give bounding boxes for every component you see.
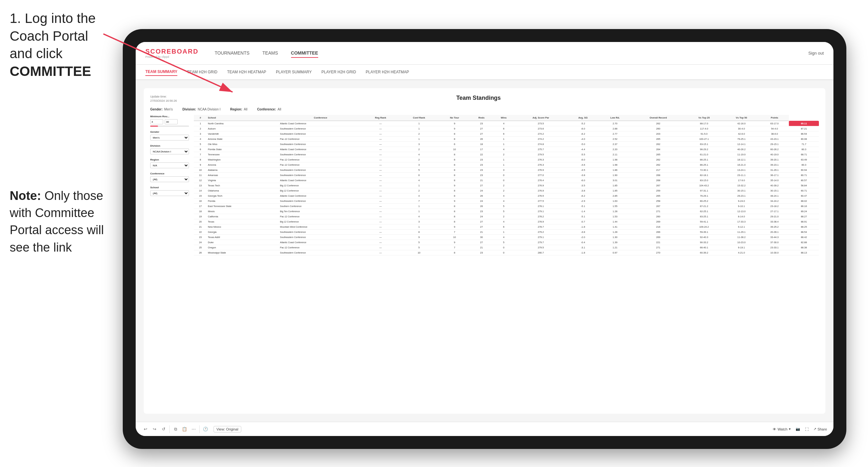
table-cell: 23 (470, 157, 493, 162)
table-cell: 276.4 (515, 178, 567, 183)
table-cell: 276.9 (515, 188, 567, 193)
table-cell: California (207, 214, 279, 219)
table-cell: 22 (194, 229, 207, 235)
table-cell: 264 (631, 147, 685, 152)
table-row: 6Florida StateAtlantic Coast Conference—… (194, 147, 819, 152)
table-cell: 24 (194, 240, 207, 245)
table-cell: -6.2 (567, 193, 599, 198)
step-text: 1. Log into the Coach Portal and click C… (10, 10, 113, 80)
table-cell: 66-40.1 (685, 245, 723, 250)
table-cell: 88.38 (789, 245, 819, 250)
table-cell: 1.85 (599, 183, 631, 188)
table-cell: 5 (493, 209, 515, 214)
nav-tournaments[interactable]: TOURNAMENTS (215, 49, 249, 58)
copy-icon[interactable]: ⧉ (172, 426, 179, 432)
sub-nav-team-h2h-grid[interactable]: TEAM H2H GRID (187, 68, 217, 75)
nav-teams[interactable]: TEAMS (262, 49, 278, 58)
gender-select[interactable]: Men's Women's (150, 135, 189, 141)
paste-icon[interactable]: 📋 (181, 426, 188, 432)
table-cell: 16-21.0 (723, 162, 760, 167)
sub-nav-player-h2h-grid[interactable]: PLAYER H2H GRID (321, 68, 356, 75)
table-cell: 8 (439, 131, 470, 136)
sub-nav-team-h2h-heatmap[interactable]: TEAM H2H HEATMAP (227, 68, 266, 75)
table-cell: Atlantic Coast Conference (279, 147, 362, 152)
table-cell: 221 (631, 240, 685, 245)
table-cell: 10 (439, 147, 470, 152)
table-cell: 265 (631, 193, 685, 198)
nav-links: TOURNAMENTS TEAMS COMMITTEE (215, 49, 808, 58)
min-rounds-max-input[interactable] (165, 119, 178, 124)
table-cell: 9 (439, 224, 470, 229)
table-cell: 267 (631, 183, 685, 188)
table-cell: 83-25.1 (685, 214, 723, 219)
table-cell: 5 (493, 240, 515, 245)
table-cell: 91-5.0 (685, 131, 723, 136)
table-cell: 2.20 (599, 147, 631, 152)
table-cell: Arizona (207, 162, 279, 167)
table-cell: 262 (631, 142, 685, 147)
share-button[interactable]: ↗ Share (813, 427, 827, 431)
table-cell: 1 (399, 121, 439, 126)
table-cell: 262 (631, 162, 685, 167)
table-cell: — (362, 162, 399, 167)
table-cell: 68.71 (789, 152, 819, 157)
table-cell: — (362, 219, 399, 224)
sub-nav-player-summary[interactable]: PLAYER SUMMARY (276, 68, 312, 75)
division-select[interactable]: NCAA Division I (150, 149, 189, 154)
sub-nav-player-h2h-heatmap[interactable]: PLAYER H2H HEATMAP (366, 68, 409, 75)
table-cell: -3.5 (567, 167, 599, 173)
more-icon[interactable]: ⋯ (190, 426, 197, 432)
table-cell: 79-25.1 (723, 136, 760, 142)
table-cell: 279.2 (515, 229, 567, 235)
table-cell: Southeastern Conference (279, 167, 362, 173)
screenshot-button[interactable]: 📷 (796, 427, 800, 431)
expand-icon: ⛶ (805, 427, 809, 431)
school-select[interactable]: (All) (150, 190, 189, 196)
table-cell: 1.41 (599, 224, 631, 229)
table-row: 7TennesseeSoutheastern Conference—482222… (194, 152, 819, 157)
table-cell: 21 (470, 245, 493, 250)
refresh-icon[interactable]: ↺ (160, 426, 167, 432)
table-cell: 5 (493, 204, 515, 209)
table-cell: 2.11 (599, 152, 631, 157)
table-cell: 21 (194, 224, 207, 229)
table-cell: 23 (194, 235, 207, 240)
view-original-button[interactable]: View: Original (214, 426, 241, 432)
table-cell: 3 (493, 167, 515, 173)
conference-filter-label: Conference: (257, 107, 276, 111)
table-cell: 258 (631, 198, 685, 204)
table-cell: Texas A&M (207, 235, 279, 240)
redo-icon[interactable]: ↪ (151, 426, 158, 432)
table-cell: 23 (470, 250, 493, 255)
table-cell: 9-10.1 (723, 204, 760, 209)
table-cell: — (362, 136, 399, 142)
watch-button[interactable]: 👁 Watch ▾ (773, 427, 791, 431)
table-cell: 1.28 (599, 209, 631, 214)
nav-committee[interactable]: COMMITTEE (291, 49, 318, 58)
table-cell: 2 (399, 147, 439, 152)
table-cell: 9 (194, 162, 207, 167)
table-cell: -2.9 (567, 198, 599, 204)
sign-out-link[interactable]: Sign out (808, 51, 824, 56)
conference-select[interactable]: (All) (150, 176, 189, 182)
table-cell: Ole Miss (207, 142, 279, 147)
main-content: Update time: 27/03/2024 16:56:26 Team St… (136, 80, 833, 422)
table-cell: Arkansas (207, 173, 279, 178)
content-body: Minimum Rou... Gender Men's Women' (150, 115, 819, 402)
table-cell: 60.71 (789, 188, 819, 193)
table-cell: 88.02 (789, 198, 819, 204)
region-select[interactable]: N/A (150, 162, 189, 168)
table-cell: 276.9 (515, 167, 567, 173)
table-row: 14OklahomaBig 12 Conference—28242276.9-3… (194, 188, 819, 193)
fullscreen-button[interactable]: ⛶ (805, 427, 809, 431)
table-cell: 8 (439, 250, 470, 255)
table-cell: — (362, 224, 399, 229)
table-cell: East Tennessee State (207, 204, 279, 209)
table-row: 16FloridaSoutheastern Conference—7924427… (194, 198, 819, 204)
undo-icon[interactable]: ↩ (142, 426, 149, 432)
sub-nav-team-summary[interactable]: TEAM SUMMARY (145, 68, 177, 76)
table-cell: 8 (439, 152, 470, 157)
table-cell: Duke (207, 240, 279, 245)
table-cell: 262 (631, 121, 685, 126)
min-rounds-min-input[interactable] (150, 119, 163, 124)
